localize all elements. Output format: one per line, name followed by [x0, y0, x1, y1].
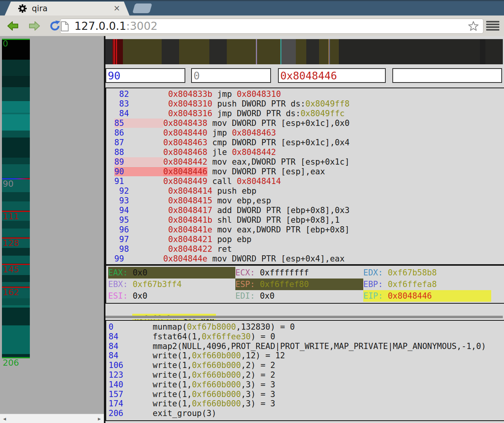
url-text: 127.0.0.1:3002	[74, 20, 157, 33]
timeline-band	[2, 76, 30, 87]
text-segment: ,12) = 12	[241, 351, 285, 360]
bookmark-star-icon[interactable]	[468, 21, 479, 34]
timeline-sidebar: 090111128145162206 ◂ ▸	[0, 36, 104, 423]
timeline-band	[2, 158, 30, 164]
text-segment: ,2) = 2	[241, 370, 275, 380]
text-segment: add DWORD PTR [ebp+0x8],0x3	[217, 206, 349, 215]
horizontal-scrollbar[interactable]: ◂ ▸	[0, 414, 104, 423]
disasm-line[interactable]: 93 0x8048415 mov ebp,esp	[109, 196, 504, 206]
change-number: 92	[119, 186, 168, 196]
register-eip[interactable]: EIP: 0x8048446	[363, 290, 491, 302]
disasm-line[interactable]: 83 0x8048310 push DWORD PTR ds:0x8049ff8	[109, 99, 504, 109]
timeline-marker-label: 0	[3, 40, 8, 48]
strace-line[interactable]: 84 write(1,0xf660b000,12) = 12	[109, 351, 504, 361]
register-value: 0xffffffff	[260, 268, 309, 277]
register-label: EDX:	[363, 268, 388, 277]
disasm-line[interactable]: 91 0x8048449 call 0x8048414	[109, 177, 504, 186]
memory-watch-line[interactable]: 0xf6ffef80 <-- 0x0	[105, 304, 503, 314]
register-label: ESI:	[108, 291, 133, 301]
register-label: EAX:	[108, 268, 133, 277]
register-row: EBX: 0xf67b3ff4ESP: 0xf6ffef80EBP: 0xf6f…	[108, 279, 504, 290]
instruction-address: 0x8048463	[163, 138, 207, 147]
change-number: 206	[109, 409, 153, 418]
text-segment: mov eax,DWORD PTR [esp+0x1c]	[212, 157, 350, 167]
disasm-line[interactable]: 96 0x804841e mov eax,DWORD PTR [ebp+0x8]	[109, 225, 504, 235]
menu-icon[interactable]	[486, 21, 500, 31]
flat-memory-strip[interactable]	[105, 39, 503, 64]
disasm-line[interactable]: 86 0x8048440 jmp 0x8048463	[109, 128, 504, 138]
disasm-line[interactable]: 97 0x8048421 pop ebp	[109, 235, 504, 244]
strace-line[interactable]: 206 exit_group(3)	[109, 409, 504, 418]
register-ebp[interactable]: EBP: 0xf6ffefa8	[363, 279, 491, 290]
indent	[109, 128, 114, 138]
text-segment: write(1,	[153, 361, 192, 370]
back-button[interactable]	[5, 20, 21, 32]
fork-number-input[interactable]	[191, 68, 271, 83]
scroll-left-icon[interactable]: ◂	[3, 415, 6, 422]
text-segment: ) = 0	[251, 332, 275, 341]
url-bar[interactable]: 127.0.0.1:3002	[60, 19, 483, 34]
register-eax[interactable]: EAX: 0x0	[108, 267, 235, 279]
change-number: 140	[109, 380, 153, 389]
register-esp[interactable]: ESP: 0xf6ffef80	[235, 279, 363, 290]
instruction-address: 0x8048449	[163, 177, 207, 186]
text-segment: cmp DWORD PTR [esp+0x1c],0x4	[212, 138, 350, 147]
register-esi[interactable]: ESI: 0x0	[108, 290, 235, 302]
text-segment: write(1,	[153, 351, 192, 360]
register-edx[interactable]: EDX: 0xf67b58b8	[363, 267, 491, 279]
change-number: 86	[114, 128, 163, 138]
strace-line[interactable]: 123 write(1,0xf660b000,2) = 2	[109, 370, 504, 380]
disasm-line[interactable]: 89 0x8048442 mov eax,DWORD PTR [esp+0x1c…	[109, 157, 504, 167]
register-label: ECX:	[235, 268, 260, 277]
forward-button[interactable]	[26, 20, 42, 32]
register-view: EAX: 0x0ECX: 0xffffffffEDX: 0xf67b58b8EB…	[105, 265, 504, 304]
text-segment: 0xf6ffee30	[202, 332, 250, 341]
change-number-input[interactable]	[105, 68, 185, 83]
timeline-marker-label: 145	[3, 265, 19, 274]
strace-line[interactable]: 174 write(1,0xf660b000,3) = 3	[109, 399, 504, 409]
strace-line[interactable]: 84 fstat64(1,0xf6ffee30) = 0	[109, 332, 504, 342]
disasm-line[interactable]: 87 0x8048463 cmp DWORD PTR [esp+0x1c],0x…	[109, 138, 504, 148]
indent	[109, 119, 114, 128]
indent	[109, 177, 114, 186]
data-input[interactable]	[392, 68, 502, 83]
gap	[212, 225, 217, 234]
strace-line[interactable]: 106 write(1,0xf660b000,2) = 2	[109, 361, 504, 370]
register-value: 0x0	[133, 268, 147, 277]
browser-tab[interactable]: qira ×	[5, 2, 129, 15]
disasm-line[interactable]: 98 0x8048422 ret	[109, 244, 504, 254]
register-ebx[interactable]: EBX: 0xf67b3ff4	[108, 279, 235, 290]
flat-strip-band	[281, 39, 296, 64]
disasm-line[interactable]: 94 0x8048417 add DWORD PTR [ebp+0x8],0x3	[109, 206, 504, 215]
change-timeline-strip[interactable]	[2, 39, 30, 358]
disasm-line[interactable]: 82 0x804833b jmp 0x8048310	[109, 89, 504, 99]
strace-line[interactable]: 0 munmap(0xf67b8000,132830) = 0	[109, 322, 504, 332]
new-tab-button[interactable]	[132, 3, 152, 13]
disasm-line[interactable]: 84 0x8048316 jmp DWORD PTR ds:0x8049ffc	[109, 109, 504, 119]
register-edi[interactable]: EDI: 0x0	[235, 290, 363, 302]
register-ecx[interactable]: ECX: 0xffffffff	[235, 267, 363, 279]
indent	[109, 206, 119, 215]
strace-line[interactable]: 157 write(1,0xf660b000,3) = 3	[109, 390, 504, 399]
disasm-line[interactable]: 88 0x8048468 jle 0x8048442	[109, 148, 504, 157]
address-input[interactable]	[278, 68, 386, 83]
strace-line[interactable]: 84 mmap2(NULL,4096,PROT_READ|PROT_WRITE,…	[109, 342, 504, 351]
scroll-right-icon[interactable]: ▸	[98, 415, 101, 422]
tab-title: qira	[32, 4, 48, 13]
change-number: 99	[114, 254, 163, 263]
disasm-line[interactable]: 92 0x8048414 push ebp	[109, 186, 504, 196]
text-segment: 0x8048310	[237, 89, 281, 99]
flat-strip-band	[339, 39, 503, 64]
text-segment: 0xf660b000	[192, 370, 241, 380]
flat-strip-band	[162, 39, 179, 64]
gap	[207, 148, 212, 157]
timeline-band	[2, 354, 30, 357]
disasm-line[interactable]: 95 0x804841b shl DWORD PTR [ebp+0x8],1	[109, 215, 504, 225]
tab-close-icon[interactable]: ×	[113, 3, 120, 13]
disasm-line[interactable]: 85 0x8048438 mov DWORD PTR [esp+0x1c],0x…	[109, 119, 504, 128]
disasm-line[interactable]: 99 0x804844e mov DWORD PTR [esp+0x4],eax	[109, 254, 504, 264]
strace-line[interactable]: 140 write(1,0xf660b000,3) = 3	[109, 380, 504, 390]
text-segment: mmap2(NULL,4096,PROT_READ|PROT_WRITE,MAP…	[153, 342, 486, 351]
timeline-band	[2, 282, 30, 286]
disasm-line[interactable]: 90 0x8048446 mov DWORD PTR [esp],eax	[109, 167, 504, 177]
